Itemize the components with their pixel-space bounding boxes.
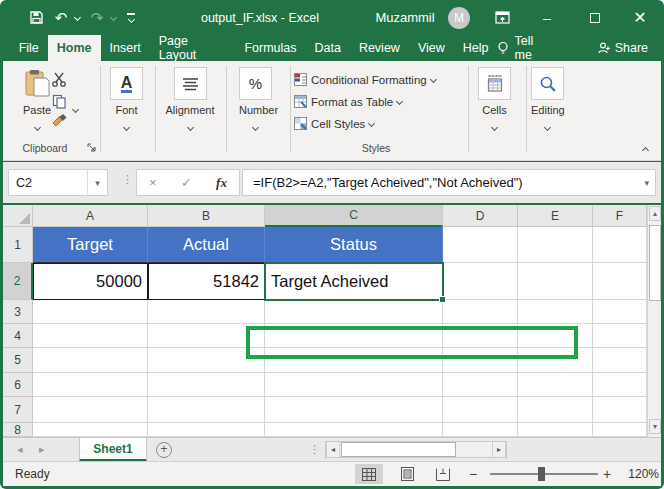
column-header-F[interactable]: F xyxy=(593,205,647,227)
row-header-2[interactable]: 2 xyxy=(3,263,33,300)
name-box[interactable]: C2 ▾ xyxy=(8,169,108,196)
cell-B3[interactable] xyxy=(148,300,265,324)
vertical-scroll-thumb[interactable] xyxy=(649,225,661,301)
undo-icon[interactable]: ↶ xyxy=(52,0,70,35)
save-icon[interactable] xyxy=(26,0,46,35)
zoom-slider-thumb[interactable] xyxy=(538,467,545,481)
new-sheet-button[interactable]: + xyxy=(156,442,172,458)
cell-E3[interactable] xyxy=(518,300,593,324)
cell-F7[interactable] xyxy=(593,397,647,423)
row-header-5[interactable]: 5 xyxy=(3,348,33,373)
number-group-button[interactable]: % Number xyxy=(239,67,272,134)
tab-insert[interactable]: Insert xyxy=(101,35,150,61)
cells-dropdown-icon[interactable] xyxy=(491,124,498,131)
cell-D5[interactable] xyxy=(443,348,518,373)
cell-E8[interactable] xyxy=(518,423,593,437)
alignment-dropdown-icon[interactable] xyxy=(186,124,193,131)
zoom-level[interactable]: 120% xyxy=(619,467,659,481)
redo-dropdown-icon[interactable] xyxy=(108,0,118,35)
tab-formulas[interactable]: Formulas xyxy=(235,35,305,61)
column-header-D[interactable]: D xyxy=(443,205,518,227)
cell-A1[interactable]: Target xyxy=(33,227,148,263)
cell-D1[interactable] xyxy=(443,227,518,263)
tab-view[interactable]: View xyxy=(409,35,454,61)
font-dropdown-icon[interactable] xyxy=(123,124,130,131)
cell-B8[interactable] xyxy=(148,423,265,437)
cell-F2[interactable] xyxy=(593,263,647,300)
cell-D3[interactable] xyxy=(443,300,518,324)
cells-group-button[interactable]: Cells xyxy=(478,67,511,134)
vertical-scrollbar[interactable]: ▴ ▾ xyxy=(647,205,661,437)
cell-B5[interactable] xyxy=(148,348,265,373)
cell-A6[interactable] xyxy=(33,373,148,397)
cell-F4[interactable] xyxy=(593,324,647,348)
cell-C7[interactable] xyxy=(265,397,443,423)
sheet-tab-sheet1[interactable]: Sheet1 xyxy=(79,438,147,462)
cell-A4[interactable] xyxy=(33,324,148,348)
cell-A5[interactable] xyxy=(33,348,148,373)
cell-D8[interactable] xyxy=(443,423,518,437)
format-painter-icon[interactable] xyxy=(51,114,67,130)
font-group-button[interactable]: A Font xyxy=(110,67,143,134)
copy-dropdown-icon[interactable] xyxy=(73,98,78,116)
column-header-B[interactable]: B xyxy=(148,205,265,227)
conditional-formatting-button[interactable]: Conditional Formatting xyxy=(294,72,436,87)
paste-dropdown-icon[interactable] xyxy=(33,124,40,131)
scroll-right-icon[interactable]: ▸ xyxy=(492,442,506,457)
tab-review[interactable]: Review xyxy=(350,35,409,61)
row-header-3[interactable]: 3 xyxy=(3,300,33,324)
cell-B1[interactable]: Actual xyxy=(148,227,265,263)
collapse-ribbon-icon[interactable] xyxy=(643,144,648,162)
page-layout-view-button[interactable] xyxy=(393,464,421,484)
cell-D2[interactable] xyxy=(443,263,518,300)
tab-data[interactable]: Data xyxy=(305,35,349,61)
enter-icon[interactable]: ✓ xyxy=(181,175,192,190)
cell-E1[interactable] xyxy=(518,227,593,263)
cell-E2[interactable] xyxy=(518,263,593,300)
cut-icon[interactable] xyxy=(51,72,67,87)
tab-home[interactable]: Home xyxy=(48,35,101,61)
row-header-8[interactable]: 8 xyxy=(3,423,33,437)
close-button[interactable]: ✕ xyxy=(628,0,652,35)
account-name[interactable]: Muzammil xyxy=(370,0,440,35)
column-header-C[interactable]: C xyxy=(265,205,443,227)
cell-A2[interactable]: 50000 xyxy=(33,263,148,300)
cell-B4[interactable] xyxy=(148,324,265,348)
cell-C8[interactable] xyxy=(265,423,443,437)
cell-A7[interactable] xyxy=(33,397,148,423)
cell-D6[interactable] xyxy=(443,373,518,397)
scroll-left-icon[interactable]: ◂ xyxy=(326,442,340,457)
cell-C3[interactable] xyxy=(265,300,443,324)
normal-view-button[interactable] xyxy=(355,464,383,484)
redo-icon[interactable]: ↷ xyxy=(88,0,106,35)
sheet-nav-next-icon[interactable]: ▸ xyxy=(39,443,45,456)
cell-F1[interactable] xyxy=(593,227,647,263)
alignment-group-button[interactable]: Alignment xyxy=(163,67,217,134)
cell-B6[interactable] xyxy=(148,373,265,397)
cell-B7[interactable] xyxy=(148,397,265,423)
cell-A3[interactable] xyxy=(33,300,148,324)
cell-E7[interactable] xyxy=(518,397,593,423)
cell-styles-button[interactable]: Cell Styles xyxy=(294,116,374,131)
cell-F5[interactable] xyxy=(593,348,647,373)
cell-C4[interactable] xyxy=(265,324,443,348)
editing-dropdown-icon[interactable] xyxy=(544,124,551,131)
scroll-up-icon[interactable]: ▴ xyxy=(649,206,661,221)
maximize-button[interactable] xyxy=(583,0,607,35)
customize-quick-access-icon[interactable] xyxy=(124,0,138,35)
cell-C5[interactable] xyxy=(265,348,443,373)
cancel-icon[interactable]: × xyxy=(149,175,157,190)
tab-file[interactable]: File xyxy=(10,35,48,61)
insert-function-icon[interactable]: fx xyxy=(216,175,227,191)
format-as-table-button[interactable]: Format as Table xyxy=(294,94,402,109)
cell-E4[interactable] xyxy=(518,324,593,348)
cell-F3[interactable] xyxy=(593,300,647,324)
formula-bar-grip[interactable]: ⋮ xyxy=(122,173,133,186)
select-all-button[interactable] xyxy=(3,205,33,227)
cell-F8[interactable] xyxy=(593,423,647,437)
row-header-7[interactable]: 7 xyxy=(3,397,33,423)
number-dropdown-icon[interactable] xyxy=(252,124,259,131)
fill-handle[interactable] xyxy=(439,296,446,303)
page-break-view-button[interactable] xyxy=(429,464,457,484)
horizontal-scrollbar[interactable]: ◂ ▸ xyxy=(325,441,507,458)
